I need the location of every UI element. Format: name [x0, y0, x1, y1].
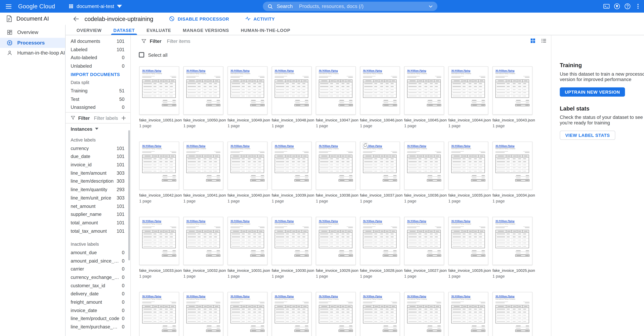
chevron-down-icon[interactable] [428, 5, 433, 8]
document-card[interactable]: McWilliam PipingInternational Piping Com… [228, 142, 268, 203]
document-card[interactable]: McWilliam PipingInternational Piping Com… [184, 292, 223, 336]
instances-dropdown[interactable]: Instances [65, 124, 130, 133]
document-card[interactable]: McWilliam PipingInternational Piping Com… [184, 142, 223, 203]
filter-labels-input[interactable]: Filter labels [94, 115, 118, 120]
terminal-icon[interactable] [603, 3, 610, 10]
document-card[interactable]: McWilliam PipingInternational Piping Com… [139, 292, 179, 336]
active-label-total-tax-amount[interactable]: total_tax_amount101 [65, 227, 130, 235]
document-card[interactable]: McWilliam PipingInternational Piping Com… [272, 66, 312, 128]
grid-view-icon[interactable] [530, 38, 536, 44]
document-card[interactable]: McWilliam PipingInternational Piping Com… [184, 217, 223, 279]
document-card[interactable]: McWilliam PipingInternational Piping Com… [492, 142, 532, 203]
document-card[interactable]: McWilliam PipingInternational Piping Com… [492, 66, 532, 128]
document-card[interactable]: McWilliam PipingInternational Piping Com… [139, 142, 179, 203]
active-label-net-amount[interactable]: net_amount101 [65, 202, 130, 210]
select-all-checkbox[interactable] [139, 52, 144, 57]
sidebar-item-overview[interactable]: Overview [0, 27, 65, 37]
document-card[interactable]: McWilliam PipingInternational Piping Com… [492, 292, 532, 336]
document-card[interactable]: McWilliam PipingInternational Piping Com… [316, 66, 356, 128]
document-card[interactable]: McWilliam PipingInternational Piping Com… [139, 66, 179, 128]
gem-icon[interactable] [614, 3, 620, 10]
tab-dataset[interactable]: DATASET [108, 25, 141, 35]
active-label-total-amount[interactable]: total_amount101 [65, 218, 130, 227]
document-card[interactable]: McWilliam PipingInternational Piping Com… [404, 142, 444, 203]
disable-processor-button[interactable]: DISABLE PROCESSOR [169, 16, 229, 21]
document-card[interactable]: McWilliam PipingInternational Piping Com… [316, 142, 356, 203]
document-card[interactable]: McWilliam PipingInternational Piping Com… [360, 66, 400, 128]
document-card[interactable]: McWilliam PipingInternational Piping Com… [360, 292, 400, 336]
document-card[interactable]: McWilliam PipingInternational Piping Com… [448, 142, 488, 203]
document-card[interactable]: McWilliam PipingInternational Piping Com… [404, 292, 444, 336]
document-card[interactable]: McWilliam PipingInternational Piping Com… [272, 142, 312, 203]
thumb-line-item-table [274, 79, 308, 98]
document-card[interactable]: McWilliam PipingInternational Piping Com… [404, 217, 444, 279]
active-label-due-date[interactable]: due_date101 [65, 152, 130, 161]
import-documents-button[interactable]: IMPORT DOCUMENTS [65, 70, 130, 78]
inactive-label-currency-exchange-rate[interactable]: currency_exchange_rate0 [65, 273, 130, 281]
document-card[interactable]: McWilliam PipingInternational Piping Com… [360, 142, 400, 203]
inactive-label-amount-due[interactable]: amount_due0 [65, 248, 130, 257]
active-label-currency[interactable]: currency101 [65, 144, 130, 152]
thumb-totals-block [162, 99, 176, 106]
filter-items-input[interactable]: Filter items [167, 38, 190, 43]
active-label-line-item-unit-price[interactable]: line_item/unit_price303 [65, 194, 130, 202]
active-label-line-item-description[interactable]: line_item/description303 [65, 177, 130, 185]
filter-chip[interactable]: Filter [150, 38, 162, 43]
sidebar-item-processors[interactable]: Processors [0, 37, 65, 48]
thumb-totals-block [250, 325, 264, 332]
active-label-line-item-quantity[interactable]: line_item/quantity293 [65, 185, 130, 194]
inactive-label-amount-paid-since-last-i[interactable]: amount_paid_since_last_i...0 [65, 257, 130, 265]
document-card[interactable]: McWilliam PipingInternational Piping Com… [316, 292, 356, 336]
tab-human-in-the-loop[interactable]: HUMAN-IN-THE-LOOP [235, 25, 296, 35]
inactive-label-delivery-date[interactable]: delivery_date0 [65, 290, 130, 298]
doc-filter-all-documents[interactable]: All documents101 [65, 37, 130, 45]
tab-overview[interactable]: OVERVIEW [71, 25, 108, 35]
row-label: line_item/product_code [71, 316, 120, 321]
help-icon[interactable] [624, 3, 631, 10]
project-selector[interactable]: document-ai-test [68, 3, 122, 9]
doc-filter-auto-labeled[interactable]: Auto-labeled0 [65, 53, 130, 62]
uptrain-new-version-button[interactable]: UPTRAIN NEW VERSION [560, 87, 625, 97]
document-card[interactable]: McWilliam PipingInternational Piping Com… [139, 217, 179, 279]
document-card[interactable]: McWilliam PipingInternational Piping Com… [448, 66, 488, 128]
tab-manage-versions[interactable]: MANAGE VERSIONS [177, 25, 235, 35]
document-card[interactable]: McWilliam PipingInternational Piping Com… [184, 66, 223, 128]
list-view-icon[interactable] [541, 38, 547, 44]
tab-evaluate[interactable]: EVALUATE [141, 25, 177, 35]
document-card[interactable]: McWilliam PipingInternational Piping Com… [404, 66, 444, 128]
sidebar-item-human-in-the-loop-ai[interactable]: Human-in-the-loop AI [0, 48, 65, 58]
active-label-line-item-amount[interactable]: line_item/amount303 [65, 169, 130, 177]
active-label-supplier-name[interactable]: supplier_name101 [65, 210, 130, 218]
inactive-label-invoice-date[interactable]: invoice_date0 [65, 306, 130, 314]
document-card[interactable]: McWilliam PipingInternational Piping Com… [448, 292, 488, 336]
document-card[interactable]: McWilliam PipingInternational Piping Com… [228, 66, 268, 128]
split-unassigned[interactable]: Unassigned0 [65, 103, 130, 111]
thumb-address-lines [319, 151, 353, 153]
document-card[interactable]: McWilliam PipingInternational Piping Com… [316, 217, 356, 279]
document-card[interactable]: McWilliam PipingInternational Piping Com… [228, 292, 268, 336]
split-training[interactable]: Training51 [65, 87, 130, 95]
inactive-label-carrier[interactable]: carrier0 [65, 265, 130, 273]
menu-icon[interactable] [5, 3, 12, 10]
inactive-label-line-item-purchase-order[interactable]: line_item/purchase_order0 [65, 323, 130, 331]
scrollbar[interactable] [128, 130, 130, 260]
back-button[interactable] [73, 15, 80, 22]
search-bar[interactable]: Search Products, resources, docs (/) [263, 2, 438, 11]
doc-filter-unlabeled[interactable]: Unlabeled0 [65, 62, 130, 70]
split-test[interactable]: Test50 [65, 95, 130, 103]
active-label-invoice-id[interactable]: invoice_id101 [65, 161, 130, 169]
activity-button[interactable]: ACTIVITY [245, 16, 275, 21]
more-vert-icon[interactable] [634, 3, 641, 10]
document-card[interactable]: McWilliam PipingInternational Piping Com… [448, 217, 488, 279]
inactive-label-line-item-product-code[interactable]: line_item/product_code0 [65, 314, 130, 323]
inactive-label-customer-tax-id[interactable]: customer_tax_id0 [65, 281, 130, 290]
document-card[interactable]: McWilliam PipingInternational Piping Com… [492, 217, 532, 279]
inactive-label-freight-amount[interactable]: freight_amount0 [65, 298, 130, 306]
add-label-button[interactable] [121, 115, 126, 120]
document-card[interactable]: McWilliam PipingInternational Piping Com… [228, 217, 268, 279]
document-card[interactable]: McWilliam PipingInternational Piping Com… [272, 292, 312, 336]
document-card[interactable]: McWilliam PipingInternational Piping Com… [360, 217, 400, 279]
document-card[interactable]: McWilliam PipingInternational Piping Com… [272, 217, 312, 279]
doc-filter-labeled[interactable]: Labeled101 [65, 45, 130, 53]
view-label-stats-button[interactable]: VIEW LABEL STATS [560, 131, 615, 140]
